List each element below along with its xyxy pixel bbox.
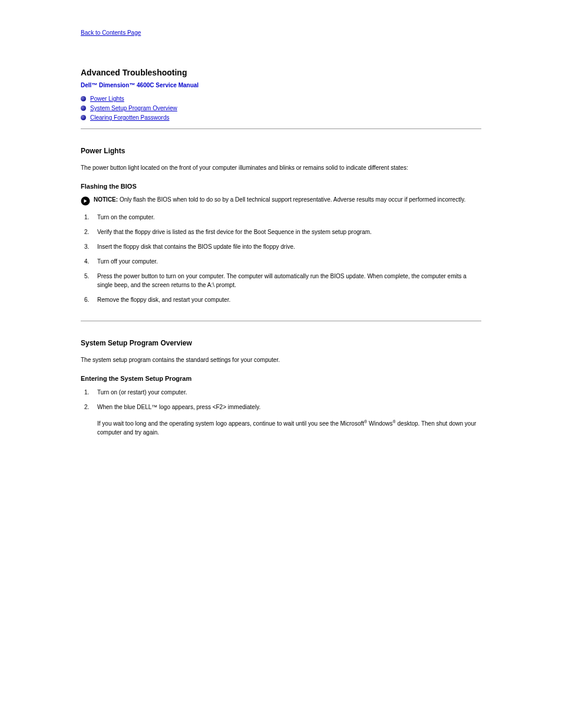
notice-icon bbox=[81, 196, 90, 206]
flashing-bios-heading: Flashing the BIOS bbox=[81, 183, 481, 190]
divider bbox=[81, 129, 481, 129]
bullet-icon bbox=[81, 96, 86, 101]
toc-item: Clearing Forgotten Passwords bbox=[81, 113, 481, 123]
toc-item: System Setup Program Overview bbox=[81, 104, 481, 113]
step-item: Turn on the computer. bbox=[81, 213, 481, 222]
step-item: Verify that the floppy drive is listed a… bbox=[81, 228, 481, 236]
document-title: Dell™ Dimension™ 4600C Service Manual bbox=[81, 82, 481, 88]
page-title: Advanced Troubleshooting bbox=[81, 68, 481, 77]
toc-link-system-setup[interactable]: System Setup Program Overview bbox=[90, 105, 177, 111]
toc-link-clearing-passwords[interactable]: Clearing Forgotten Passwords bbox=[90, 114, 170, 121]
step-item: Remove the floppy disk, and restart your… bbox=[81, 295, 481, 304]
entering-setup-heading: Entering the System Setup Program bbox=[81, 375, 481, 382]
back-to-contents-link[interactable]: Back to Contents Page bbox=[81, 29, 141, 36]
system-setup-intro: The system setup program contains the st… bbox=[81, 355, 481, 364]
bios-flash-steps: Turn on the computer. Verify that the fl… bbox=[81, 213, 481, 304]
step-item: Insert the floppy disk that contains the… bbox=[81, 242, 481, 251]
power-lights-intro: The power button light located on the fr… bbox=[81, 163, 481, 172]
step-nested-note: If you wait too long and the operating s… bbox=[97, 417, 481, 437]
notice-label: NOTICE: bbox=[94, 196, 118, 203]
step-item: When the blue DELL™ logo appears, press … bbox=[81, 403, 481, 437]
system-setup-heading: System Setup Program Overview bbox=[81, 339, 481, 347]
notice-text: NOTICE: Only flash the BIOS when told to… bbox=[94, 196, 465, 204]
notice-block: NOTICE: Only flash the BIOS when told to… bbox=[81, 196, 481, 206]
toc-list: Power Lights System Setup Program Overvi… bbox=[81, 94, 481, 123]
toc-link-power-lights[interactable]: Power Lights bbox=[90, 95, 124, 102]
notice-body: Only flash the BIOS when told to do so b… bbox=[118, 196, 465, 203]
step-item: Press the power button to turn on your c… bbox=[81, 272, 481, 289]
enter-setup-steps: Turn on (or restart) your computer. When… bbox=[81, 388, 481, 437]
power-lights-heading: Power Lights bbox=[81, 147, 481, 155]
divider bbox=[81, 321, 481, 321]
bullet-icon bbox=[81, 106, 86, 111]
bullet-icon bbox=[81, 115, 86, 120]
toc-item: Power Lights bbox=[81, 94, 481, 104]
step-text: When the blue DELL™ logo appears, press … bbox=[97, 404, 260, 410]
step-item: Turn off your computer. bbox=[81, 257, 481, 266]
step-item: Turn on (or restart) your computer. bbox=[81, 388, 481, 397]
